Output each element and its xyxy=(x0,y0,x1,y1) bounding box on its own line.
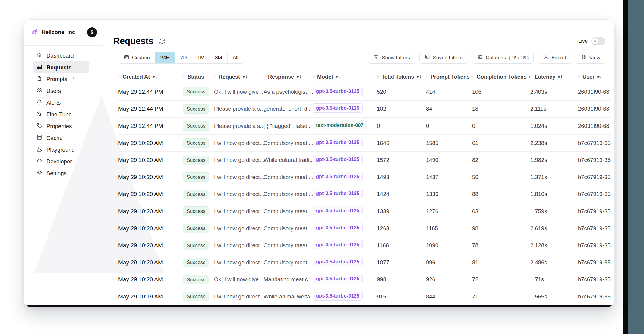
column-header-user[interactable]: User xyxy=(578,74,611,81)
column-header-response[interactable]: Response xyxy=(264,74,313,81)
column-header-completion-tokens[interactable]: Completion Tokens xyxy=(472,74,530,81)
table-row[interactable]: May 29 10:20 AMSuccessI will now go dire… xyxy=(118,135,611,152)
table-row[interactable]: May 29 10:20 AMSuccessOk, I will now giv… xyxy=(118,271,611,288)
sidebar-item-settings[interactable]: Settings xyxy=(33,167,89,179)
column-header-request[interactable]: Request xyxy=(214,74,264,81)
latency-cell: 2.486s xyxy=(530,259,578,266)
time-range-all[interactable]: All xyxy=(227,52,244,63)
drag-grip-icon[interactable] xyxy=(377,74,379,80)
time-range-3m[interactable]: 3M xyxy=(210,52,227,63)
sort-icon[interactable] xyxy=(296,74,302,81)
prompt-tokens-cell: 84 xyxy=(426,106,472,112)
columns-button[interactable]: Columns ( 15 / 15 ) xyxy=(472,52,534,64)
response-cell: While animal welfa... xyxy=(264,293,313,300)
sidebar-item-fine-tune[interactable]: Fine-Tune xyxy=(33,109,89,120)
latency-cell: 2.238s xyxy=(530,140,578,147)
completion-tokens-cell: 63 xyxy=(472,208,530,215)
user-cell: b7c67919-35 xyxy=(578,191,611,197)
completion-tokens-cell: 78 xyxy=(472,242,530,249)
export-button[interactable]: Export xyxy=(538,52,571,64)
column-header-prompt-tokens[interactable]: Prompt Tokens xyxy=(426,74,472,81)
sidebar-item-users[interactable]: Users xyxy=(33,85,89,97)
status-cell: Success xyxy=(183,275,214,284)
latency-cell: 1.759s xyxy=(530,208,578,215)
latency-cell: 2.111s xyxy=(530,106,578,112)
view-button[interactable]: View xyxy=(576,52,605,64)
table-row[interactable]: May 29 10:20 AMSuccessI will now go dire… xyxy=(118,254,611,271)
saved-filters-button[interactable]: Saved Filters xyxy=(419,52,468,64)
sidebar-item-requests[interactable]: Requests xyxy=(33,61,89,73)
request-cell: I will now go direct... xyxy=(214,191,264,197)
table-row[interactable]: May 29 12:44 PMSuccessPlease provide a s… xyxy=(118,101,611,118)
drag-grip-icon[interactable] xyxy=(578,74,580,80)
drag-grip-icon[interactable] xyxy=(313,74,315,80)
drag-grip-icon[interactable] xyxy=(530,74,533,80)
table-row[interactable]: May 29 12:44 PMSuccessOk, I will now giv… xyxy=(118,84,611,101)
total-tokens-cell: 1263 xyxy=(377,225,426,232)
table-row[interactable]: May 29 10:20 AMSuccessI will now go dire… xyxy=(118,152,611,169)
sparkles-icon xyxy=(36,111,43,118)
sidebar: Helicone, Inc S Dashboard Requests Promp… xyxy=(24,20,103,307)
sidebar-item-alerts[interactable]: Alerts xyxy=(33,97,89,109)
time-range-7d[interactable]: 7D xyxy=(175,52,192,63)
table-row[interactable]: May 29 12:44 PMSuccessPlease provide a s… xyxy=(118,118,611,135)
sidebar-item-properties[interactable]: Properties xyxy=(33,120,89,132)
sidebar-item-cache[interactable]: Cache xyxy=(33,132,89,144)
created-at-cell: May 29 10:20 AM xyxy=(118,191,183,197)
sidebar-item-prompts[interactable]: Prompts xyxy=(33,73,89,85)
show-filters-button[interactable]: Show Filters xyxy=(368,52,415,64)
home-icon xyxy=(36,52,43,60)
drag-grip-icon[interactable] xyxy=(472,74,475,80)
sidebar-item-developer[interactable]: Developer xyxy=(33,156,89,167)
model-cell: gpt-3.5-turbo-0125 xyxy=(313,240,377,251)
sort-icon[interactable] xyxy=(416,74,422,81)
table-row[interactable]: May 29 10:19 AMSuccessI will now go dire… xyxy=(118,288,611,305)
sidebar-item-playground[interactable]: Playground xyxy=(33,144,89,156)
drag-grip-icon[interactable] xyxy=(118,74,121,80)
created-at-cell: May 29 12:44 PM xyxy=(118,89,183,95)
sort-icon[interactable] xyxy=(335,74,341,81)
user-cell: b7c67919-35 xyxy=(578,157,611,163)
created-at-cell: May 29 10:20 AM xyxy=(118,225,183,232)
drag-grip-icon[interactable] xyxy=(214,74,216,80)
sort-icon[interactable] xyxy=(242,74,248,81)
table-row[interactable]: May 29 10:20 AMSuccessI will now go dire… xyxy=(118,237,611,254)
prompt-tokens-cell: 414 xyxy=(426,89,472,95)
refresh-button[interactable] xyxy=(159,38,166,45)
time-range-custom[interactable]: Custom xyxy=(118,52,155,63)
live-toggle[interactable] xyxy=(591,37,605,45)
prompt-tokens-cell: 1490 xyxy=(426,157,472,163)
column-header-model[interactable]: Model xyxy=(313,74,377,81)
time-range-24h[interactable]: 24H xyxy=(155,52,175,63)
table-row[interactable]: May 29 10:20 AMSuccessI will now go dire… xyxy=(118,220,611,237)
drag-grip-icon[interactable] xyxy=(426,74,428,80)
table-row[interactable]: May 29 10:20 AMSuccessI will now go dire… xyxy=(118,169,611,186)
request-cell: I will now go direct... xyxy=(214,242,264,249)
drag-grip-icon[interactable] xyxy=(264,74,266,80)
time-range-1m[interactable]: 1M xyxy=(192,52,210,63)
drag-grip-icon[interactable] xyxy=(183,74,185,80)
user-cell: 26031f90-68 xyxy=(578,123,611,129)
prompt-tokens-cell: 1585 xyxy=(426,140,472,147)
prompt-tokens-cell: 0 xyxy=(426,123,472,129)
table-row[interactable]: May 29 10:20 AMSuccessI will now go dire… xyxy=(118,186,611,203)
column-header-latency[interactable]: Latency xyxy=(530,74,578,81)
column-header-created-at[interactable]: Created At xyxy=(118,74,183,81)
sort-icon[interactable] xyxy=(597,74,602,81)
status-cell: Success xyxy=(183,172,214,182)
org-header[interactable]: Helicone, Inc S xyxy=(24,20,103,46)
prompt-tokens-cell: 1090 xyxy=(426,242,472,249)
database-icon xyxy=(36,134,43,142)
table-row[interactable]: May 29 10:20 AMSuccessI will now go dire… xyxy=(118,203,611,220)
time-range-group: Custom 24H7D1M3MAll xyxy=(118,52,244,64)
sort-icon[interactable] xyxy=(557,74,563,81)
column-header-total-tokens[interactable]: Total Tokens xyxy=(377,74,426,81)
sidebar-item-dashboard[interactable]: Dashboard xyxy=(33,50,89,61)
latency-cell: 1.371s xyxy=(530,174,578,181)
copy-icon xyxy=(425,54,430,61)
column-header-status[interactable]: Status xyxy=(183,74,214,80)
avatar[interactable]: S xyxy=(87,27,97,37)
sort-icon[interactable] xyxy=(152,74,158,81)
total-tokens-cell: 0 xyxy=(377,123,426,129)
completion-tokens-cell: 82 xyxy=(472,157,530,163)
